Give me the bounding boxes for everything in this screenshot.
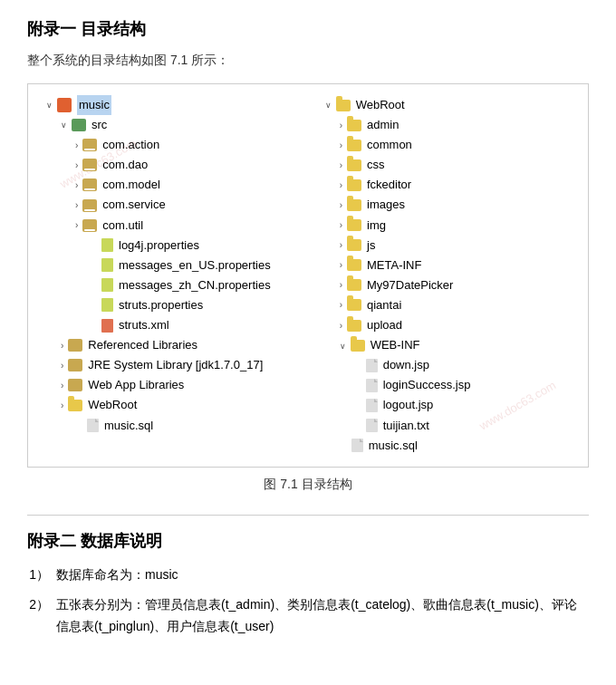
tree-item-label: logout.jsp (383, 395, 434, 415)
folder-icon (347, 279, 361, 291)
file-icon (87, 419, 99, 432)
package-icon (82, 219, 97, 232)
tree-arrow-icon (340, 198, 342, 213)
list-item-content: 五张表分别为：管理员信息表(t_admin)、类别信息表(t_catelog)、… (56, 594, 589, 638)
library-icon (68, 379, 82, 391)
tree-item-label: struts.xml (119, 315, 169, 335)
list-item-content: 数据库命名为：music (56, 564, 589, 586)
tree-item: js (325, 236, 471, 256)
tree-item: tuijian.txt (325, 416, 471, 436)
appendix1-desc: 整个系统的目录结构如图 7.1 所示： (27, 53, 589, 69)
tree-arrow-icon (340, 118, 342, 133)
tree-item-label: struts.properties (119, 295, 203, 315)
file-icon (366, 419, 378, 432)
tree-item: JRE System Library [jdk1.7.0_17] (46, 355, 271, 375)
folder-icon (347, 140, 361, 151)
properties-file-icon (101, 258, 113, 272)
folder-icon (336, 100, 351, 111)
properties-file-icon (101, 238, 113, 252)
appendix2-section: 附录二 数据库说明 1）数据库命名为：music2）五张表分别为：管理员信息表(… (27, 530, 589, 638)
tree-item-label: JRE System Library [jdk1.7.0_17] (88, 355, 263, 375)
tree-item: com.action (46, 135, 271, 155)
tree-item: upload (325, 315, 471, 335)
folder-icon (347, 320, 361, 332)
list-item: 2）五张表分别为：管理员信息表(t_admin)、类别信息表(t_catelog… (27, 594, 589, 638)
appendix2-list: 1）数据库命名为：music2）五张表分别为：管理员信息表(t_admin)、类… (27, 564, 589, 638)
tree-item: common (325, 135, 471, 155)
appendix1-section: 附录一 目录结构 整个系统的目录结构如图 7.1 所示： www.doc63.c… (27, 18, 589, 493)
folder-icon (351, 340, 365, 352)
tree-item-label: Referenced Libraries (88, 335, 197, 355)
music-project-icon (57, 98, 72, 112)
tree-item: Web App Libraries (46, 375, 271, 395)
file-icon (366, 399, 378, 412)
tree-item: music (46, 95, 271, 115)
tree-right: WebRootadmincommoncssfckeditorimagesimgj… (325, 95, 471, 456)
folder-icon (347, 179, 361, 191)
tree-arrow-icon (61, 358, 63, 373)
tree-item: loginSuccess.jsp (325, 375, 471, 395)
tree-item-label: log4j.properties (119, 236, 199, 256)
tree-item: images (325, 195, 471, 215)
tree-item: com.model (46, 175, 271, 195)
file-icon (366, 359, 378, 372)
folder-icon (347, 199, 361, 211)
package-icon (82, 199, 97, 212)
tree-item-label: music (77, 95, 111, 115)
file-icon (351, 439, 363, 452)
folder-icon (68, 400, 82, 411)
library-icon (68, 339, 82, 352)
tree-arrow-icon (340, 338, 346, 353)
tree-arrow-icon (340, 277, 342, 293)
properties-file-icon (101, 298, 113, 312)
list-item-number: 2） (27, 594, 49, 638)
tree-arrow-icon (75, 158, 78, 173)
tree-item: logout.jsp (325, 395, 471, 415)
tree-item: qiantai (325, 295, 471, 315)
tree-arrow-icon (340, 257, 342, 273)
tree-item-label: src (91, 115, 107, 135)
tree-item: com.service (46, 195, 271, 215)
appendix1-title: 附录一 目录结构 (27, 18, 589, 40)
tree-item-label: tuijian.txt (383, 416, 429, 436)
section-divider (27, 515, 589, 516)
tree-item-label: img (367, 216, 386, 236)
tree-item-label: META-INF (367, 256, 421, 275)
tree-item: WebRoot (325, 95, 471, 115)
tree-item: WEB-INF (325, 335, 471, 355)
tree-item-label: com.dao (102, 155, 148, 175)
tree-arrow-icon (340, 318, 342, 333)
tree-item-label: com.util (102, 216, 143, 236)
tree-arrow-icon (340, 217, 342, 233)
tree-item: struts.properties (46, 295, 271, 315)
tree-item-label: com.action (102, 135, 159, 155)
tree-item-label: common (367, 135, 412, 155)
appendix2-title: 附录二 数据库说明 (27, 530, 589, 552)
package-icon (82, 139, 97, 151)
tree-arrow-icon (325, 97, 332, 112)
tree-item: fckeditor (325, 175, 471, 195)
tree-item-label: music.sql (104, 416, 153, 436)
tree-item: admin (325, 115, 471, 135)
tree-item: META-INF (325, 256, 471, 275)
tree-item: css (325, 155, 471, 175)
tree-arrow-icon (340, 178, 342, 193)
folder-icon (347, 299, 361, 311)
file-icon (366, 379, 378, 392)
tree-arrow-icon (61, 117, 67, 132)
tree-item-label: messages_en_US.properties (119, 256, 271, 275)
library-icon (68, 359, 82, 371)
tree-item: Referenced Libraries (46, 335, 271, 355)
tree-item: music.sql (46, 416, 271, 436)
tree-item: music.sql (325, 436, 471, 456)
folder-icon (347, 219, 361, 231)
tree-item-label: fckeditor (367, 175, 411, 195)
tree-left: musicsrccom.actioncom.daocom.modelcom.se… (46, 95, 271, 456)
fig-caption: 图 7.1 目录结构 (27, 477, 589, 493)
tree-arrow-icon (61, 378, 63, 393)
tree-item-label: com.service (102, 195, 165, 215)
list-item-number: 1） (27, 564, 49, 586)
folder-icon (347, 120, 361, 131)
tree-item-label: admin (367, 115, 399, 135)
tree-item: WebRoot (46, 395, 271, 415)
